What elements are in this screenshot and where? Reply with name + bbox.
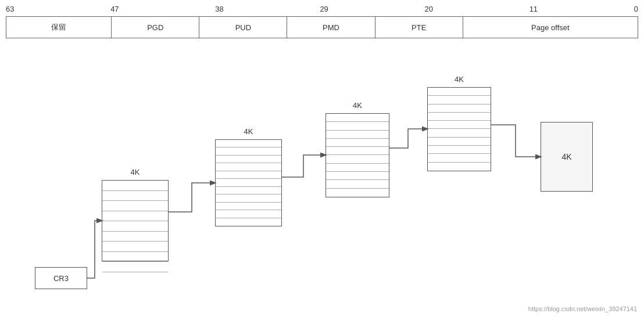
header-pte: PTE [375,17,463,38]
header-page-offset: Page offset [463,17,638,38]
bit-0: 0 [634,5,638,13]
header-pgd: PGD [112,17,199,38]
watermark: https://blog.csdn.net/weixin_39247141 [528,305,637,312]
header-pmd: PMD [287,17,375,38]
pte-label: 4K [455,75,464,84]
cr3-box: CR3 [35,267,87,289]
pud-to-pmd-arrow [282,155,325,177]
pte-to-page-arrow [491,125,541,157]
page-box: 4K [541,122,593,192]
diagram-container: 63 47 38 29 20 11 0 保留 PGD PUD PMD PTE P… [0,0,644,317]
bit-29: 29 [320,5,328,13]
bit-38: 38 [215,5,223,13]
pmd-box: 4K [325,113,389,197]
pmd-to-pte-arrow [389,129,427,148]
pgd-label: 4K [131,168,140,176]
header-pud: PUD [199,17,287,38]
bit-63: 63 [6,5,14,13]
bit-labels: 63 47 38 29 20 11 0 [6,5,638,13]
pud-label: 4K [244,127,253,136]
pgd-to-pud-arrow [169,183,215,212]
pmd-label: 4K [353,101,362,110]
pud-box: 4K [215,139,282,226]
header-reserved: 保留 [6,17,112,38]
bit-20: 20 [425,5,433,13]
bit-47: 47 [110,5,119,13]
pgd-box: 4K [102,180,169,261]
bit-11: 11 [529,5,538,13]
pte-box: 4K [427,87,491,171]
header-row: 保留 PGD PUD PMD PTE Page offset [6,16,638,38]
cr3-to-pgd-arrow [87,221,102,278]
